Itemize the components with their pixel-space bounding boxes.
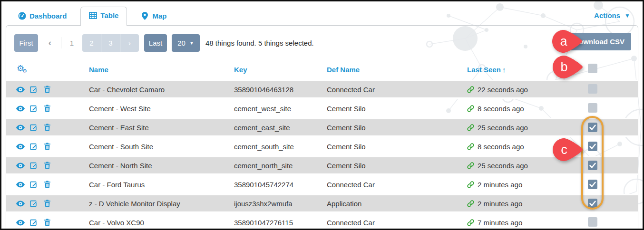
row-checkbox[interactable] [588,84,597,94]
last-page-button[interactable]: Last [144,34,167,52]
row-def-name: Cement Silo [327,105,467,113]
tab-dashboard[interactable]: Dashboard [10,8,75,25]
prev-page-button[interactable]: ‹ [42,34,58,52]
row-last-seen: 25 seconds ago [467,162,588,170]
edit-icon[interactable] [29,105,38,113]
row-key: 358901046463128 [234,86,327,94]
row-def-name: Connected Car [327,86,467,94]
view-eye-icon[interactable] [16,181,25,189]
delete-trash-icon[interactable] [43,124,51,132]
delete-trash-icon[interactable] [43,219,51,227]
table-body: Car - Chevrolet Camaro 358901046463128 C… [6,80,638,230]
page-3-button[interactable]: 3 [101,34,120,52]
row-name: Car - Volvo XC90 [89,219,234,227]
edit-icon[interactable] [29,124,38,132]
link-icon [467,86,474,93]
row-last-seen: 2 minutes ago [467,200,588,208]
table-row: z - D Vehicle Monitor Display ijousz3shx… [6,194,638,213]
delete-trash-icon[interactable] [43,86,51,94]
next-page-button[interactable]: › [120,34,139,52]
page-size-dropdown[interactable]: 20 ▼ [172,34,200,52]
row-checkbox[interactable] [588,103,597,113]
row-def-name: Cement Silo [327,143,467,151]
row-checkbox[interactable] [588,199,597,208]
row-key: ijousz3shx2wmufa [234,200,327,208]
edit-icon[interactable] [29,181,38,189]
edit-icon[interactable] [29,143,38,151]
row-def-name: Cement Silo [327,162,467,170]
chevron-down-icon: ▼ [624,12,630,19]
view-eye-icon[interactable] [16,105,25,113]
row-checkbox[interactable] [588,142,597,151]
delete-trash-icon[interactable] [43,105,51,113]
delete-trash-icon[interactable] [43,200,51,208]
edit-icon[interactable] [29,86,38,94]
tab-map[interactable]: Map [133,8,175,25]
row-last-seen: 2 minutes ago [467,181,588,189]
actions-label: Actions [594,11,620,19]
last-seen-text: 7 minutes ago [478,219,522,227]
link-icon [467,200,474,207]
actions-dropdown[interactable]: Actions ▼ [594,11,630,19]
last-seen-text: 22 seconds ago [478,86,528,94]
current-page-label: 1 [64,39,79,47]
row-key: 358901047276115 [234,219,327,227]
link-icon [467,143,474,150]
view-eye-icon[interactable] [16,143,25,151]
table-header-row: ⚙ ⚙ Name Key Def Name Last Seen↑ [6,61,638,77]
row-last-seen: 8 seconds ago [467,105,588,113]
pagination-toolbar: First ‹ 1 2 3 › Last 20 ▼ 48 things foun… [6,26,638,52]
row-name: Cement - North Site [89,162,234,170]
column-header-def-name[interactable]: Def Name [327,66,467,74]
row-checkbox[interactable] [588,180,597,189]
results-summary: 48 things found. 5 things selected. [205,39,314,47]
table-row: Cement - South Site cement_south_site Ce… [6,137,638,156]
row-name: Cement - West Site [89,105,234,113]
view-eye-icon[interactable] [16,124,25,132]
delete-trash-icon[interactable] [43,162,51,170]
map-pin-icon [141,12,149,20]
row-checkbox[interactable] [588,123,597,132]
view-eye-icon[interactable] [16,86,25,94]
row-key: cement_north_site [234,162,327,170]
first-page-button[interactable]: First [14,34,38,52]
row-key: cement_west_site [234,105,327,113]
link-icon [467,105,474,112]
view-eye-icon[interactable] [16,219,25,227]
column-header-last-seen[interactable]: Last Seen↑ [467,66,588,74]
view-eye-icon[interactable] [16,200,25,208]
row-last-seen: 8 seconds ago [467,143,588,151]
column-settings-button[interactable]: ⚙ ⚙ [14,64,27,75]
select-all-checkbox[interactable] [588,64,597,73]
table-icon [89,11,97,19]
row-last-seen: 7 minutes ago [467,219,588,227]
table-row: Cement - East Site cement_east_site Ceme… [6,118,638,137]
last-seen-text: 25 seconds ago [478,162,528,170]
row-checkbox[interactable] [588,217,597,227]
link-icon [467,181,474,188]
edit-icon[interactable] [29,219,38,227]
tab-label: Map [152,12,166,20]
table-row: Car - Chevrolet Camaro 358901046463128 C… [6,80,638,99]
edit-icon[interactable] [29,200,38,208]
row-name: Cement - South Site [89,143,234,151]
page-size-value: 20 [177,39,185,47]
table-row: Car - Ford Taurus 358901045742274 Connec… [6,175,638,194]
delete-trash-icon[interactable] [43,143,51,151]
column-header-key[interactable]: Key [234,66,327,74]
row-checkbox[interactable] [588,161,597,170]
row-name: Car - Chevrolet Camaro [89,86,234,94]
table-panel: First ‹ 1 2 3 › Last 20 ▼ 48 things foun… [6,25,638,230]
gauge-icon [18,12,26,20]
page-button-group: 2 3 › [82,34,139,52]
link-icon [467,162,474,169]
download-csv-button[interactable]: Download CSV [567,33,631,50]
divider [61,37,61,48]
tab-table[interactable]: Table [80,7,127,26]
row-key: cement_east_site [234,124,327,132]
view-eye-icon[interactable] [16,162,25,170]
page-2-button[interactable]: 2 [82,34,101,52]
delete-trash-icon[interactable] [43,181,51,189]
edit-icon[interactable] [29,162,38,170]
column-header-name[interactable]: Name [89,66,234,74]
